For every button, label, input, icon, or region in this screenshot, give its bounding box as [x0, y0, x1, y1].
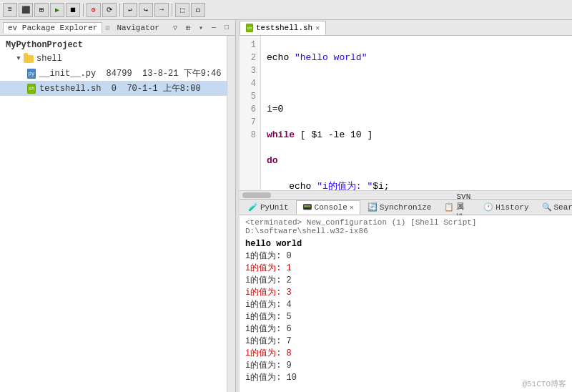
- console-line-1: i的值为: 1: [245, 263, 566, 275]
- tab-history-label: History: [495, 203, 528, 212]
- tab-synchronize-label: Synchronize: [380, 203, 432, 212]
- tab-history[interactable]: 🕐 History: [478, 200, 534, 215]
- tab-search-label: Sear: [554, 203, 572, 212]
- file-init-label: __init__.py 84799 13-8-21 下午9:46: [39, 67, 221, 79]
- pyunit-icon: 🧪: [248, 202, 258, 212]
- bottom-tab-bar: 🧪 PyUnit 📟 Console ✕ 🔄 Synchronize 📋 SVN…: [240, 200, 572, 215]
- main-area: ev Package Explorer ⊠ Navigator ▽ ⊞ ▾ — …: [0, 20, 572, 392]
- editor-tab-testshell[interactable]: sh testshell.sh ✕: [240, 21, 326, 35]
- project-name: MyPythonProject: [0, 39, 227, 52]
- tree-item-testshell[interactable]: sh testshell.sh 0 70-1-1 上午8:00: [0, 81, 227, 96]
- line-5: do: [267, 155, 278, 166]
- editor-tab-close[interactable]: ✕: [315, 24, 320, 32]
- maximize-icon[interactable]: □: [221, 22, 232, 34]
- folder-shell-label: shell: [36, 54, 62, 64]
- console-line-10: i的值为: 10: [245, 372, 566, 384]
- toolbar-btn-4[interactable]: ▶: [50, 3, 64, 17]
- console-terminated-line: <terminated> New_configuration (1) [Shel…: [245, 218, 566, 235]
- toolbar-btn-12[interactable]: ◻: [191, 3, 205, 17]
- toolbar-separator-3: [172, 4, 172, 16]
- tab-pyunit-label: PyUnit: [260, 203, 289, 212]
- collapse-icon[interactable]: ▽: [169, 22, 181, 34]
- toolbar-separator-1: [83, 4, 84, 16]
- editor-tab-label: testshell.sh: [256, 24, 312, 32]
- minimize-icon[interactable]: —: [208, 22, 220, 34]
- toolbar-btn-9[interactable]: ↪: [139, 3, 153, 17]
- sync-icon[interactable]: ⊞: [182, 22, 194, 34]
- console-output: <terminated> New_configuration (1) [Shel…: [240, 215, 572, 392]
- editor-panel: sh testshell.sh ✕ 1 2 3 4 5 6 7 8 echo "…: [240, 20, 572, 199]
- console-line-6: i的值为: 6: [245, 323, 566, 335]
- left-panel: ev Package Explorer ⊠ Navigator ▽ ⊞ ▾ — …: [0, 20, 236, 392]
- folder-shell-icon: [23, 53, 34, 64]
- tree-container: MyPythonProject ▼ shell py: [0, 39, 235, 96]
- tree-item-init[interactable]: py __init__.py 84799 13-8-21 下午9:46: [0, 66, 227, 81]
- editor-area: 1 2 3 4 5 6 7 8 echo "hello world" i=0 w…: [240, 36, 572, 190]
- code-editor[interactable]: echo "hello world" i=0 while [ $i -le 10…: [261, 36, 572, 190]
- panel-tab-bar: ev Package Explorer ⊠ Navigator ▽ ⊞ ▾ — …: [0, 20, 235, 36]
- editor-tab-icon: sh: [246, 24, 253, 32]
- console-line-4: i的值为: 4: [245, 299, 566, 311]
- tab-synchronize[interactable]: 🔄 Synchronize: [362, 200, 438, 215]
- console-icon: 📟: [302, 202, 312, 212]
- toolbar: ≡ ⬛ ⊞ ▶ ⏹ ⚙ ⟳ ↩ ↪ → ⬚ ◻: [0, 0, 572, 20]
- tab-svn[interactable]: 📋 SVN 属性: [438, 200, 476, 215]
- toolbar-btn-6[interactable]: ⚙: [87, 3, 101, 17]
- tab-separator: ⊠: [105, 24, 109, 32]
- console-line-7: i的值为: 7: [245, 335, 566, 348]
- editor-horizontal-scrollbar[interactable]: [240, 190, 572, 199]
- file-testshell-label: testshell.sh 0 70-1-1 上午8:00: [39, 82, 201, 94]
- tab-console-label: Console: [315, 203, 347, 212]
- bottom-panel: 🧪 PyUnit 📟 Console ✕ 🔄 Synchronize 📋 SVN…: [240, 199, 572, 392]
- watermark: @51CTO博客: [522, 378, 566, 389]
- expand-shell[interactable]: ▼: [14, 54, 23, 63]
- line-1: echo "hello world": [267, 52, 367, 63]
- line-4: while [ $i -le 10 ]: [267, 129, 373, 140]
- panel-tab-icons: ▽ ⊞ ▾ — □: [169, 22, 232, 34]
- svn-icon: 📋: [444, 202, 454, 212]
- editor-tab-bar: sh testshell.sh ✕: [240, 20, 572, 36]
- line-numbers: 1 2 3 4 5 6 7 8: [240, 36, 261, 190]
- file-testshell-icon: sh: [26, 83, 37, 94]
- scrollbar-thumb[interactable]: [242, 192, 271, 198]
- sync-tab-icon: 🔄: [368, 202, 378, 212]
- search-tab-icon: 🔍: [542, 202, 552, 212]
- tab-console[interactable]: 📟 Console ✕: [296, 200, 360, 215]
- tab-package-explorer[interactable]: ev Package Explorer: [3, 22, 102, 34]
- toolbar-btn-7[interactable]: ⟳: [102, 3, 117, 17]
- view-menu-icon[interactable]: ▾: [195, 22, 207, 34]
- console-line-hello: hello world: [245, 238, 566, 250]
- line-3: i=0: [267, 104, 283, 114]
- console-line-2: i的值为: 2: [245, 275, 566, 287]
- toolbar-separator-2: [119, 4, 120, 16]
- toolbar-btn-10[interactable]: →: [154, 3, 169, 17]
- right-column: sh testshell.sh ✕ 1 2 3 4 5 6 7 8 echo "…: [240, 20, 572, 392]
- project-tree: MyPythonProject ▼ shell py: [0, 36, 235, 392]
- console-line-5: i的值为: 5: [245, 311, 566, 323]
- toolbar-btn-3[interactable]: ⊞: [34, 3, 49, 17]
- tree-item-shell[interactable]: ▼ shell: [0, 52, 227, 66]
- tab-pyunit[interactable]: 🧪 PyUnit: [242, 200, 295, 215]
- left-panel-scrollbar[interactable]: [227, 36, 235, 392]
- toolbar-btn-8[interactable]: ↩: [123, 3, 137, 17]
- toolbar-btn-1[interactable]: ≡: [3, 3, 17, 17]
- tab-navigator[interactable]: Navigator: [112, 23, 163, 33]
- console-line-9: i的值为: 9: [245, 360, 566, 372]
- console-line-8: i的值为: 8: [245, 348, 566, 360]
- toolbar-btn-5[interactable]: ⏹: [66, 3, 80, 17]
- toolbar-btn-11[interactable]: ⬚: [175, 3, 189, 17]
- file-init-icon: py: [26, 68, 37, 79]
- history-icon: 🕐: [483, 202, 493, 212]
- tab-navigator-label: Navigator: [117, 24, 159, 32]
- toolbar-btn-2[interactable]: ⬛: [19, 3, 33, 17]
- line-6: echo "i的值为: "$i;: [267, 181, 390, 190]
- tab-package-explorer-label: ev Package Explorer: [8, 24, 97, 32]
- console-line-0: i的值为: 0: [245, 250, 566, 263]
- console-close[interactable]: ✕: [350, 203, 354, 212]
- console-line-3: i的值为: 3: [245, 287, 566, 299]
- tab-search[interactable]: 🔍 Sear: [536, 200, 572, 215]
